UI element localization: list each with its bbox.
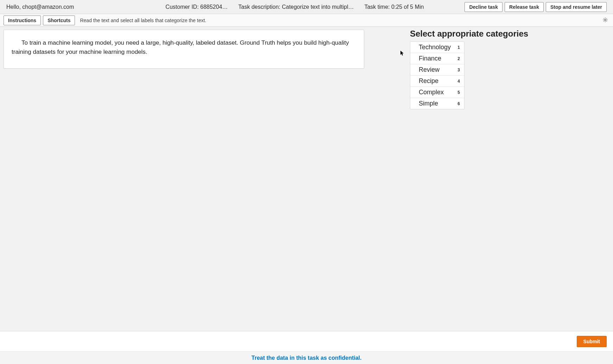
gear-icon[interactable] [602, 17, 608, 24]
category-shortcut: 4 [457, 79, 460, 84]
category-item-finance[interactable]: Finance 2 [410, 53, 464, 64]
cursor-icon [400, 51, 405, 57]
confidential-bar: Treat the data in this task as confident… [0, 351, 613, 364]
text-panel: To train a machine learning model, you n… [4, 30, 364, 69]
category-item-review[interactable]: Review 3 [410, 64, 464, 76]
category-label: Recipe [419, 77, 438, 85]
category-shortcut: 6 [457, 101, 460, 106]
category-shortcut: 1 [457, 45, 460, 50]
task-description-text: Task description: Categorize text into m… [238, 4, 354, 10]
category-panel: Select appropriate categories Technology… [410, 29, 528, 109]
stop-resume-button[interactable]: Stop and resume later [546, 2, 607, 12]
customer-id-text: Customer ID: 6885204… [165, 4, 228, 10]
category-list: Technology 1 Finance 2 Review 3 Recipe 4… [410, 41, 465, 109]
bottom-bar: Submit [0, 331, 613, 351]
toolbar-hint: Read the text and select all labels that… [80, 18, 206, 23]
category-item-complex[interactable]: Complex 5 [410, 87, 464, 98]
category-item-recipe[interactable]: Recipe 4 [410, 76, 464, 87]
category-shortcut: 3 [457, 68, 460, 72]
category-label: Complex [419, 89, 444, 96]
category-title: Select appropriate categories [410, 29, 528, 39]
instructions-button[interactable]: Instructions [4, 15, 41, 25]
category-shortcut: 2 [457, 56, 460, 61]
svg-point-0 [605, 19, 606, 20]
top-bar: Hello, chopt@amazon.com Customer ID: 688… [0, 0, 613, 14]
shortcuts-button[interactable]: Shortcuts [43, 15, 75, 25]
category-label: Technology [419, 44, 451, 51]
category-label: Finance [419, 55, 441, 62]
content-text: To train a machine learning model, you n… [12, 38, 356, 56]
task-time-text: Task time: 0:25 of 5 Min [364, 4, 424, 10]
decline-task-button[interactable]: Decline task [465, 2, 503, 12]
category-label: Review [419, 66, 440, 74]
toolbar: Instructions Shortcuts Read the text and… [0, 14, 613, 27]
category-item-technology[interactable]: Technology 1 [410, 42, 464, 53]
main-area: To train a machine learning model, you n… [0, 27, 613, 331]
greeting-text: Hello, chopt@amazon.com [6, 4, 74, 10]
category-item-simple[interactable]: Simple 6 [410, 98, 464, 109]
category-label: Simple [419, 100, 438, 107]
submit-button[interactable]: Submit [577, 336, 607, 347]
release-task-button[interactable]: Release task [505, 2, 544, 12]
confidential-text: Treat the data in this task as confident… [252, 355, 362, 361]
category-shortcut: 5 [457, 90, 460, 95]
